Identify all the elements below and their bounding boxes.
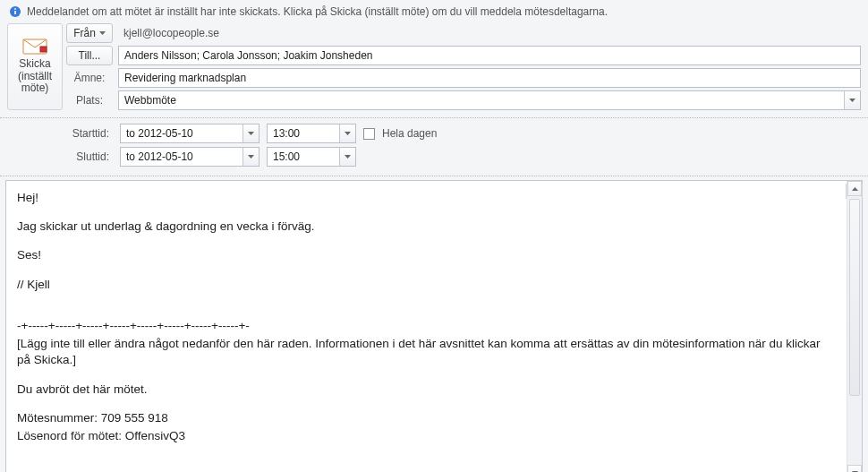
body-line: Hej! <box>17 190 835 206</box>
allday-checkbox[interactable] <box>363 128 375 140</box>
send-label-2: (inställt <box>18 71 52 83</box>
svg-rect-4 <box>40 47 47 52</box>
info-bar: Meddelandet om att mötet är inställt har… <box>0 0 868 21</box>
location-input[interactable]: Webbmöte <box>118 90 861 110</box>
body-warning: [Lägg inte till eller ändra något nedanf… <box>17 336 835 368</box>
scroll-thumb[interactable] <box>849 199 860 396</box>
svg-marker-9 <box>248 155 254 159</box>
envelope-icon <box>22 39 47 55</box>
send-label-1: Skicka <box>19 58 50 71</box>
scroll-down-button[interactable] <box>847 465 862 472</box>
svg-marker-6 <box>849 99 855 102</box>
svg-marker-10 <box>345 155 351 159</box>
chevron-down-icon <box>849 99 855 102</box>
separator <box>0 117 868 118</box>
subject-value: Revidering marknadsplan <box>124 72 246 84</box>
location-value: Webbmöte <box>124 94 176 107</box>
end-time-dropdown[interactable] <box>339 148 355 166</box>
scroll-up-button[interactable] <box>847 181 862 196</box>
from-label: Från <box>73 27 96 39</box>
subject-label: Ämne: <box>66 72 113 84</box>
separator <box>0 176 868 176</box>
to-input[interactable]: Anders Nilsson; Carola Jonsson; Joakim J… <box>118 46 861 65</box>
body-line: Jag skickar ut underlag & dagordning en … <box>17 219 835 235</box>
svg-marker-5 <box>99 31 106 35</box>
start-date-dropdown[interactable] <box>243 124 259 142</box>
chevron-up-icon <box>852 187 858 191</box>
end-date-dropdown[interactable] <box>243 148 259 166</box>
chevron-down-icon <box>248 132 254 135</box>
send-button[interactable]: Skicka (inställt möte) <box>7 23 63 110</box>
info-icon <box>9 5 21 18</box>
body-cancel-note: Du avbröt det här mötet. <box>17 382 835 398</box>
location-dropdown-button[interactable] <box>844 91 860 109</box>
chevron-down-icon <box>99 31 106 35</box>
body-separator: -+-----+-----+-----+-----+-----+-----+--… <box>17 318 835 334</box>
start-label: Starttid: <box>7 127 113 140</box>
to-label: Till... <box>79 49 101 62</box>
svg-marker-8 <box>345 132 351 135</box>
body-line: // Kjell <box>17 277 835 293</box>
to-button[interactable]: Till... <box>66 46 113 65</box>
time-area: Starttid: to 2012-05-10 13:00 Hela dagen… <box>0 122 868 172</box>
header-area: Skicka (inställt möte) Från kjell@locope… <box>0 21 868 114</box>
svg-rect-2 <box>14 8 16 10</box>
message-body-container: Hej! Jag skickar ut underlag & dagordnin… <box>5 180 863 472</box>
meeting-password: Lösenord för mötet: OffensivQ3 <box>17 428 835 444</box>
meeting-number: Mötesnummer: 709 555 918 <box>17 410 835 426</box>
end-time-combo[interactable]: 15:00 <box>267 147 356 167</box>
send-label-3: möte) <box>21 82 49 95</box>
chevron-down-icon <box>345 132 351 135</box>
vertical-scrollbar[interactable] <box>847 181 862 472</box>
body-line: Ses! <box>17 247 835 263</box>
subject-input[interactable]: Revidering marknadsplan <box>118 68 861 88</box>
end-date-value: to 2012-05-10 <box>126 150 193 163</box>
start-time-dropdown[interactable] <box>339 124 355 142</box>
allday-label: Hela dagen <box>382 127 437 140</box>
end-label: Sluttid: <box>7 150 113 163</box>
end-time-value: 15:00 <box>273 150 300 163</box>
start-date-value: to 2012-05-10 <box>126 127 193 140</box>
chevron-down-icon <box>248 155 254 159</box>
info-text: Meddelandet om att mötet är inställt har… <box>27 5 608 18</box>
message-body[interactable]: Hej! Jag skickar ut underlag & dagordnin… <box>6 181 846 472</box>
to-value: Anders Nilsson; Carola Jonsson; Joakim J… <box>124 49 372 62</box>
from-value: kjell@locopeople.se <box>118 27 861 39</box>
start-date-combo[interactable]: to 2012-05-10 <box>120 124 260 143</box>
from-button[interactable]: Från <box>66 23 113 43</box>
start-time-combo[interactable]: 13:00 <box>267 124 356 143</box>
chevron-down-icon <box>345 155 351 159</box>
svg-marker-12 <box>852 187 858 191</box>
svg-marker-7 <box>248 132 254 135</box>
location-label: Plats: <box>66 94 113 107</box>
svg-rect-1 <box>14 11 16 14</box>
start-time-value: 13:00 <box>273 127 300 140</box>
end-date-combo[interactable]: to 2012-05-10 <box>120 147 260 167</box>
